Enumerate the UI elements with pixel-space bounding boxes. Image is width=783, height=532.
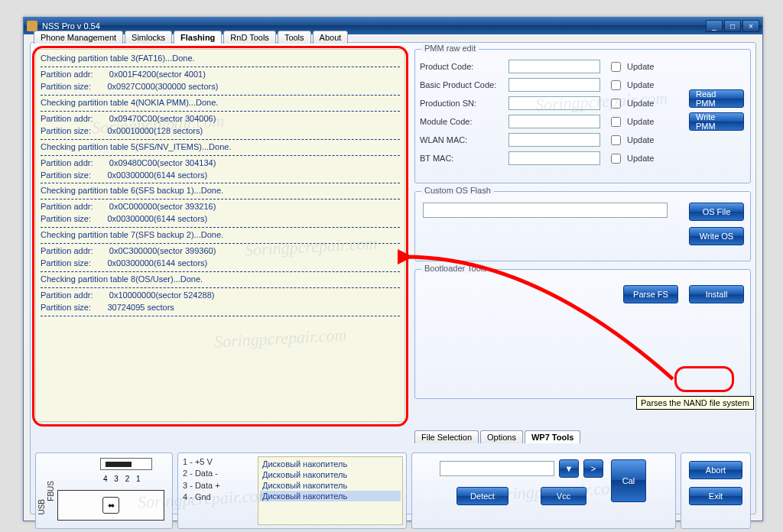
pmm-update-label: Update <box>627 99 654 108</box>
device-input[interactable] <box>440 461 554 476</box>
main-panel: Phone ManagementSimlocksFlashingRnD Tool… <box>30 42 756 514</box>
disk-list-item[interactable]: Дисковый накопитель <box>260 459 401 469</box>
cal-button[interactable]: Cal <box>611 459 646 502</box>
pmm-field-label: Production SN: <box>420 99 504 108</box>
log-line: Partition size: 0x00300000(6144 sectors) <box>41 170 400 182</box>
log-line: Partition size: 0x00010000(128 sectors) <box>41 125 400 138</box>
log-line: Checking partition table 6(SFS backup 1)… <box>41 185 400 197</box>
exit-button[interactable]: Exit <box>689 487 742 505</box>
pmm-raw-edit-group: PMM raw edit Product Code:UpdateBasic Pr… <box>414 49 751 183</box>
prev-button[interactable]: ▼ <box>559 459 579 478</box>
control-buttons-panel: ▼ > Cal Detect Vcc <box>411 453 676 529</box>
abort-button[interactable]: Abort <box>689 461 742 479</box>
os-file-input[interactable] <box>423 203 668 218</box>
vcc-button[interactable]: Vcc <box>541 487 586 505</box>
tabs-top: Phone ManagementSimlocksFlashingRnD Tool… <box>34 31 348 44</box>
write-pmm-button[interactable]: Write PMM <box>689 112 744 131</box>
pmm-row: BT MAC:Update <box>415 149 750 167</box>
pmm-update-checkbox[interactable] <box>611 154 621 164</box>
log-line: Partition addr: 0x10000000(sector 524288… <box>41 290 400 302</box>
pmm-field-input[interactable] <box>508 78 600 92</box>
subtab-options[interactable]: Options <box>480 430 523 443</box>
pmm-field-input[interactable] <box>508 96 600 110</box>
pmm-field-input[interactable] <box>508 60 600 73</box>
disk-list[interactable]: Дисковый накопительДисковый накопительДи… <box>258 456 403 525</box>
pmm-field-label: Module Code: <box>420 117 504 126</box>
pin-legend-line: 3 - Data + <box>183 480 220 491</box>
usb-connector-icon: ⬌ <box>57 490 164 521</box>
tabs-bottom: File SelectionOptionsWP7 Tools <box>414 430 580 443</box>
pmm-update-checkbox[interactable] <box>611 135 621 145</box>
pmm-field-label: WLAN MAC: <box>420 135 504 144</box>
pmm-field-label: Basic Product Code: <box>420 80 504 89</box>
window-title: NSS Pro v 0.54 <box>42 21 706 31</box>
tooltip-parse-fs: Parses the NAND file system <box>636 396 754 410</box>
pmm-field-input[interactable] <box>508 151 600 165</box>
pmm-update-label: Update <box>627 117 654 126</box>
app-icon <box>27 21 37 31</box>
close-button[interactable]: × <box>742 20 759 32</box>
minimize-button[interactable]: _ <box>706 20 723 32</box>
fbus-label: FBUS <box>47 481 55 501</box>
right-panel: PMM raw edit Product Code:UpdateBasic Pr… <box>414 49 751 422</box>
maximize-button[interactable]: □ <box>724 20 741 32</box>
tab-rnd-tools[interactable]: RnD Tools <box>223 31 276 44</box>
read-pmm-button[interactable]: Read PMM <box>689 89 744 108</box>
subtab-wp7-tools[interactable]: WP7 Tools <box>525 430 580 443</box>
pin-diagram <box>100 458 152 470</box>
log-line: Checking partition table 3(FAT16)...Done… <box>41 53 400 65</box>
detect-button[interactable]: Detect <box>456 487 508 505</box>
disk-list-item[interactable]: Дисковый накопитель <box>260 480 401 491</box>
subtab-file-selection[interactable]: File Selection <box>414 430 479 443</box>
next-button[interactable]: > <box>583 459 603 478</box>
disk-list-item[interactable]: Дисковый накопитель <box>260 491 401 501</box>
pin-numbers: 4 3 2 1 <box>103 475 143 483</box>
disk-list-item[interactable]: Дисковый накопитель <box>260 469 401 480</box>
custom-os-flash-group: Custom OS Flash OS File Write OS <box>414 191 751 261</box>
log-separator <box>41 316 400 316</box>
bootloader-legend: Bootloader Tools <box>421 264 490 273</box>
log-line: Partition addr: 0x0C000000(sector 393216… <box>41 201 400 213</box>
log-line: Partition addr: 0x0C300000(sector 399360… <box>41 245 400 258</box>
tab-about[interactable]: About <box>313 31 349 44</box>
log-separator <box>41 66 400 67</box>
pin-legend-line: 4 - Gnd <box>183 491 220 503</box>
log-line: Partition addr: 0x09470C00(sector 304006… <box>41 113 400 125</box>
pmm-field-input[interactable] <box>508 133 600 147</box>
tab-flashing[interactable]: Flashing <box>174 31 222 44</box>
log-line: Checking partition table 8(OS/User)...Do… <box>41 274 400 286</box>
pmm-legend: PMM raw edit <box>421 44 479 53</box>
log-separator <box>41 199 400 200</box>
tab-tools[interactable]: Tools <box>278 31 311 44</box>
log-separator <box>41 139 400 140</box>
log-line: Partition size: 0x00300000(6144 sectors) <box>41 258 400 270</box>
log-line: Checking partition table 5(SFS/NV_ITEMS)… <box>41 141 400 154</box>
pmm-update-label: Update <box>627 62 654 71</box>
pin-legend-line: 1 - +5 V <box>183 456 220 468</box>
pmm-update-checkbox[interactable] <box>611 62 621 72</box>
log-separator <box>41 155 400 156</box>
parse-fs-button[interactable]: Parse FS <box>623 285 678 303</box>
pmm-update-checkbox[interactable] <box>611 80 621 90</box>
log-separator <box>41 227 400 228</box>
install-button[interactable]: Install <box>689 285 744 303</box>
log-line: Checking partition table 4(NOKIA PMM)...… <box>41 97 400 109</box>
log-separator <box>41 243 400 244</box>
log-line: Partition size: 0x0927C000(300000 sector… <box>41 81 400 93</box>
osflash-legend: Custom OS Flash <box>421 186 494 195</box>
pmm-row: Product Code:Update <box>415 57 750 76</box>
pmm-field-input[interactable] <box>508 115 600 128</box>
usb-diagram-panel: USB FBUS 4 3 2 1 ⬌ <box>35 453 173 529</box>
log-line: Partition addr: 0x09480C00(sector 304134… <box>41 157 400 170</box>
bottom-row: USB FBUS 4 3 2 1 ⬌ 1 - +5 V2 - Data -3 -… <box>35 453 751 529</box>
os-file-button[interactable]: OS File <box>689 203 744 221</box>
tab-phone-management[interactable]: Phone Management <box>34 31 123 44</box>
pmm-update-checkbox[interactable] <box>611 99 621 109</box>
log-output: Checking partition table 3(FAT16)...Done… <box>35 49 405 422</box>
write-os-button[interactable]: Write OS <box>689 227 744 245</box>
log-separator <box>41 271 400 272</box>
pmm-update-checkbox[interactable] <box>611 117 621 127</box>
pmm-field-label: BT MAC: <box>420 154 504 163</box>
pmm-field-label: Product Code: <box>420 62 504 71</box>
tab-simlocks[interactable]: Simlocks <box>125 31 172 44</box>
